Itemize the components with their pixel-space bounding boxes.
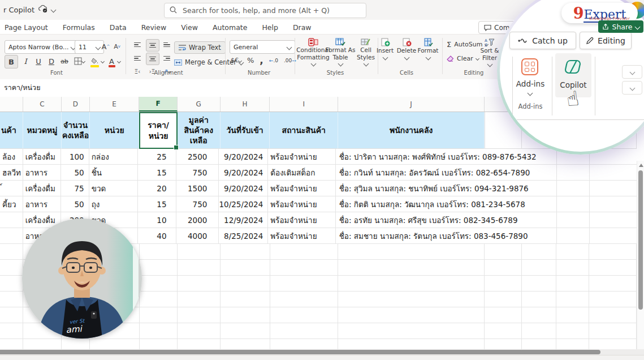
tab-draw[interactable]: Draw <box>293 23 312 32</box>
cell-empty[interactable] <box>556 244 590 260</box>
cell[interactable]: 4000 <box>176 228 219 244</box>
editing-mode-button[interactable]: Editing <box>580 32 632 49</box>
cell-empty[interactable] <box>556 292 590 307</box>
cell-empty[interactable] <box>338 292 485 307</box>
cell[interactable]: พร้อมจำหน่าย <box>268 149 335 165</box>
ribbon-collapse-chevron[interactable] <box>622 65 642 79</box>
cell-empty[interactable] <box>589 276 637 292</box>
cell-empty[interactable] <box>589 260 637 276</box>
align-left-button[interactable] <box>131 53 144 64</box>
cell[interactable]: ชื่อ: กิตติ นามสกุล: วัฒนากุล เบอร์โทร: … <box>336 196 486 212</box>
header-cell-value[interactable]: มูลค่า สินค้าคง เหลือ <box>178 112 221 149</box>
cell-empty[interactable] <box>270 307 339 323</box>
cell[interactable]: พร้อมจำหน่าย <box>268 196 335 212</box>
cell[interactable]: ล้อง <box>0 149 23 165</box>
cell-empty[interactable] <box>178 276 221 292</box>
cell-empty[interactable] <box>557 196 590 212</box>
cell-empty[interactable] <box>0 276 23 292</box>
cell-empty[interactable] <box>556 276 590 292</box>
cell-empty[interactable] <box>0 244 23 260</box>
cell[interactable]: ชื่อ: สมชาย นามสกุล: รัตนกุล เบอร์โทร: 0… <box>336 228 486 244</box>
italic-button[interactable]: I <box>19 55 32 67</box>
cell-empty[interactable] <box>557 165 590 181</box>
cell[interactable]: พร้อมจำหน่าย <box>268 181 335 196</box>
cell-empty[interactable] <box>522 244 556 260</box>
cell-empty[interactable] <box>338 339 485 349</box>
grow-font-button[interactable]: A^ <box>100 40 112 53</box>
cell-empty[interactable] <box>178 260 221 276</box>
cell-empty[interactable] <box>270 276 339 292</box>
add-ins-label[interactable]: Add-ins <box>507 79 554 88</box>
cell[interactable]: 75 <box>61 181 89 196</box>
scroll-up-arrow-icon[interactable] <box>639 164 643 167</box>
cell[interactable]: 20 <box>138 181 176 196</box>
cell-empty[interactable] <box>270 244 339 260</box>
accounting-format-button[interactable]: $€ <box>231 57 241 64</box>
cell-empty[interactable] <box>485 307 522 323</box>
cell[interactable] <box>0 212 23 228</box>
cell[interactable]: 15 <box>138 165 176 181</box>
cell-empty[interactable] <box>221 244 270 260</box>
cell[interactable]: ์ <box>0 181 23 196</box>
horizontal-scrollbar[interactable] <box>0 349 644 355</box>
cell[interactable]: 9/20/2024 <box>219 149 268 165</box>
fill-color-button[interactable] <box>89 55 105 67</box>
cell[interactable]: 1500 <box>176 181 219 196</box>
cell[interactable]: คี้ยว <box>0 196 23 212</box>
cell[interactable]: เครื่องดื่ม <box>23 149 62 165</box>
cell-empty[interactable] <box>0 260 23 276</box>
share-button[interactable]: Share <box>598 20 643 33</box>
cell-empty[interactable] <box>0 292 23 307</box>
cell-empty[interactable] <box>178 292 221 307</box>
cell[interactable]: เครื่องดื่ม <box>23 181 62 196</box>
cell-empty[interactable] <box>140 260 178 276</box>
cell[interactable]: ชื่อ: ปาริตา นามสกุล: พงศ์พิทักษ์ เบอร์โ… <box>336 149 486 165</box>
cell-empty[interactable] <box>590 228 637 244</box>
conditional-formatting-button[interactable]: Conditional Formatting <box>298 38 329 66</box>
cell-empty[interactable] <box>523 196 557 212</box>
wrap-text-button[interactable]: Wrap Text <box>174 41 226 54</box>
cell[interactable]: 25 <box>138 149 176 165</box>
cell-empty[interactable] <box>221 260 270 276</box>
column-header-b[interactable] <box>0 97 23 112</box>
cell[interactable]: อาหาร <box>23 165 62 181</box>
cell[interactable]: 50 <box>61 165 89 181</box>
cell[interactable]: 40 <box>138 228 176 244</box>
cell-empty[interactable] <box>62 339 90 349</box>
cell-empty[interactable] <box>589 323 637 339</box>
cell-empty[interactable] <box>556 323 590 339</box>
font-family-select[interactable]: Aptos Narrow (Bo... <box>5 40 79 54</box>
header-cell-unit[interactable]: หน่วย <box>90 112 140 149</box>
tab-help[interactable]: Help <box>262 23 278 32</box>
borders-button[interactable] <box>71 55 87 67</box>
cell-empty[interactable] <box>590 196 637 212</box>
cell-empty[interactable] <box>589 307 637 323</box>
cell[interactable]: 2500 <box>176 149 219 165</box>
cell-empty[interactable] <box>221 276 270 292</box>
cell-empty[interactable] <box>140 307 178 323</box>
cell-empty[interactable] <box>589 339 637 349</box>
cell[interactable]: 12/9/2024 <box>219 212 268 228</box>
cell-empty[interactable] <box>556 260 590 276</box>
cell-empty[interactable] <box>523 228 557 244</box>
align-middle-button[interactable] <box>146 39 159 52</box>
cell[interactable]: ชื่อ: สุวิมล นามสกุล: ชนาทิพย์ เบอร์โทร:… <box>336 181 486 196</box>
tab-automate[interactable]: Automate <box>213 23 247 32</box>
cell-empty[interactable] <box>178 339 221 349</box>
cell-empty[interactable] <box>522 276 556 292</box>
header-cell-product[interactable]: นค้า <box>0 112 23 149</box>
cell[interactable]: อาหาร <box>23 196 62 212</box>
column-header-d[interactable]: D <box>62 97 90 112</box>
cell-empty[interactable] <box>589 292 637 307</box>
cell[interactable]: 2000 <box>176 212 219 228</box>
header-cell-category[interactable]: หมวดหมู่ <box>23 112 62 149</box>
cell-empty[interactable] <box>523 212 557 228</box>
cell-empty[interactable] <box>522 260 556 276</box>
cell-empty[interactable] <box>338 244 485 260</box>
cell-empty[interactable] <box>270 260 339 276</box>
cell-empty[interactable] <box>590 165 637 181</box>
cell[interactable]: 750 <box>176 165 219 181</box>
cell-empty[interactable] <box>557 212 590 228</box>
cell-empty[interactable] <box>338 276 485 292</box>
cell[interactable]: ต้องเติมสต็อก <box>268 165 335 181</box>
